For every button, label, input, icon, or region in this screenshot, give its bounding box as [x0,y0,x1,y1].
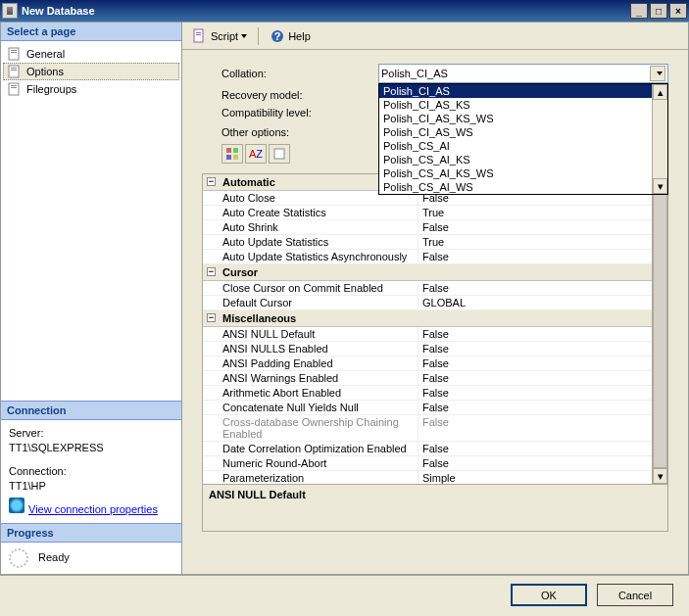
grid-scrollbar[interactable]: ▴ ▾ [652,174,667,484]
svg-rect-5 [11,70,17,71]
progress-status: Ready [38,550,70,565]
grid-row[interactable]: Arithmetic Abort EnabledFalse [203,386,652,401]
dropdown-option[interactable]: Polish_CS_AI_WS [379,180,667,194]
dropdown-option[interactable]: Polish_CS_AI [379,139,667,153]
grid-property-value[interactable]: False [418,456,652,470]
grid-row[interactable]: Auto ShrinkFalse [203,220,652,235]
dropdown-option[interactable]: Polish_CI_AS_KS_WS [379,112,667,125]
property-description-box: ANSI NULL Default [202,485,668,532]
maximize-button[interactable]: □ [650,3,667,19]
alphabetical-button[interactable]: AZ [245,144,267,164]
connection-props-icon [9,498,25,513]
scroll-up-button[interactable]: ▴ [653,84,667,100]
collapse-icon[interactable]: − [207,267,216,276]
script-button[interactable]: Script [188,26,251,46]
grid-row[interactable]: Auto Create StatisticsTrue [203,206,652,220]
ok-button[interactable]: OK [511,584,587,606]
grid-property-name: Auto Create Statistics [203,206,418,219]
grid-row[interactable]: Concatenate Null Yields NullFalse [203,401,652,415]
grid-row[interactable]: Auto Update Statistics AsynchronouslyFal… [203,250,652,264]
dropdown-scrollbar[interactable]: ▴ ▾ [652,84,667,194]
view-connection-properties-link[interactable]: View connection properties [28,502,158,517]
grid-property-value[interactable]: False [418,356,652,370]
page-label: Options [26,66,64,77]
svg-rect-0 [9,48,19,60]
property-description-title: ANSI NULL Default [209,489,306,500]
grid-property-value[interactable]: True [418,235,652,249]
property-pages-button[interactable] [269,144,290,164]
dropdown-option[interactable]: Polish_CI_AS [379,84,667,98]
dropdown-option[interactable]: Polish_CI_AS_KS [379,98,667,112]
window-title: New Database [22,5,630,17]
svg-rect-14 [226,148,231,153]
grid-category[interactable]: −Miscellaneous [203,310,652,327]
grid-property-name: ANSI NULL Default [203,327,418,341]
svg-rect-9 [194,29,203,42]
grid-row[interactable]: Date Correlation Optimization EnabledFal… [203,442,652,456]
progress-section: Progress Ready [1,523,181,574]
grid-property-value[interactable]: GLOBAL [418,296,652,309]
collation-select[interactable]: Polish_CI_AS [378,64,668,83]
help-icon: ? [270,28,285,44]
grid-property-value[interactable]: False [418,386,652,400]
page-icon [7,64,23,79]
grid-property-name: Close Cursor on Commit Enabled [203,281,418,295]
grid-property-value[interactable]: False [418,442,652,455]
minimize-button[interactable]: _ [630,3,648,19]
grid-property-value[interactable]: False [418,342,652,355]
svg-rect-18 [274,149,284,159]
grid-row[interactable]: ANSI Warnings EnabledFalse [203,371,652,386]
close-button[interactable]: × [669,3,687,19]
help-label: Help [288,30,311,42]
script-label: Script [211,30,238,42]
scroll-down-button[interactable]: ▾ [653,468,667,484]
svg-rect-15 [233,148,238,153]
grid-row[interactable]: ANSI Padding EnabledFalse [203,356,652,371]
grid-row[interactable]: Cross-database Ownership Chaining Enable… [203,415,652,442]
svg-rect-11 [196,34,201,35]
other-options-label: Other options: [221,126,378,138]
grid-property-name: Default Cursor [203,296,418,309]
grid-property-value[interactable]: Simple [418,471,652,484]
grid-property-value[interactable]: False [418,281,652,295]
collapse-icon[interactable]: − [207,313,216,322]
property-grid[interactable]: −AutomaticAuto CloseFalseAuto Create Sta… [202,173,668,485]
collation-dropdown-list[interactable]: Polish_CI_ASPolish_CI_AS_KSPolish_CI_AS_… [378,83,668,195]
grid-property-value[interactable]: False [418,220,652,234]
grid-property-value[interactable]: False [418,401,652,414]
help-button[interactable]: ? Help [266,26,315,46]
grid-property-value[interactable]: False [418,371,652,385]
grid-row[interactable]: ANSI NULLS EnabledFalse [203,342,652,356]
grid-property-value[interactable]: False [418,415,652,441]
grid-row[interactable]: Numeric Round-AbortFalse [203,456,652,471]
dropdown-option[interactable]: Polish_CS_AI_KS_WS [379,166,667,180]
grid-property-name: Auto Update Statistics Asynchronously [203,250,418,263]
page-item-filegroups[interactable]: Filegroups [3,80,179,98]
window-controls: _ □ × [630,3,687,19]
page-item-general[interactable]: General [3,45,179,63]
progress-body: Ready [1,543,181,574]
dropdown-button[interactable] [650,66,665,81]
grid-property-value[interactable]: False [418,250,652,263]
grid-row[interactable]: Default CursorGLOBAL [203,296,652,310]
grid-property-value[interactable]: False [418,327,652,341]
grid-row[interactable]: ParameterizationSimple [203,471,652,484]
server-value: TT1\SQLEXPRESS [9,441,173,455]
scrollbar-thumb[interactable] [653,190,667,468]
grid-row[interactable]: Auto Update StatisticsTrue [203,235,652,250]
right-panel: Script ? Help Collation: Polish_CI_AS Po… [182,22,689,575]
categorized-button[interactable] [221,144,243,164]
grid-category[interactable]: −Cursor [203,264,652,281]
dropdown-option[interactable]: Polish_CI_AS_WS [379,125,667,139]
page-item-options[interactable]: Options [3,63,179,80]
dropdown-option[interactable]: Polish_CS_AI_KS [379,153,667,166]
grid-row[interactable]: ANSI NULL DefaultFalse [203,327,652,342]
scroll-down-button[interactable]: ▾ [653,178,667,194]
collapse-icon[interactable]: − [207,177,216,186]
form-area: Collation: Polish_CI_AS Polish_CI_ASPoli… [182,50,688,167]
grid-property-value[interactable]: True [418,206,652,219]
grid-row[interactable]: Close Cursor on Commit EnabledFalse [203,281,652,296]
cancel-button[interactable]: Cancel [597,584,673,606]
grid-property-name: ANSI NULLS Enabled [203,342,418,355]
progress-spinner-icon [9,548,28,568]
